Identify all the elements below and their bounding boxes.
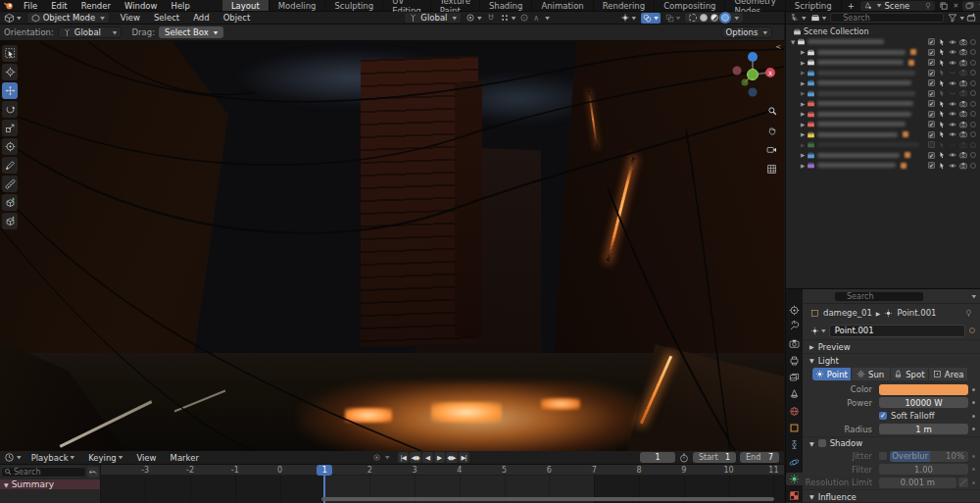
selectable-toggle-icon[interactable] (938, 141, 946, 149)
properties-tab-render[interactable] (786, 337, 803, 350)
exclude-checkbox[interactable]: ✓ (928, 49, 935, 56)
hide-viewport-toggle-icon[interactable] (949, 110, 956, 118)
falloff-curve-icon[interactable]: ∧ (533, 14, 539, 23)
navigation-gizmo[interactable]: X (727, 49, 778, 100)
selectable-toggle-icon[interactable] (938, 89, 946, 97)
tool-annotate[interactable] (2, 157, 18, 174)
pivot-point-dropdown[interactable]: ▼ (466, 13, 482, 23)
scene-collection-row[interactable]: Scene Collection (786, 26, 980, 37)
disable-render-toggle-icon[interactable] (959, 79, 967, 87)
hide-viewport-toggle-icon[interactable] (949, 79, 956, 87)
disable-render-toggle-icon[interactable] (959, 48, 967, 56)
hide-viewport-toggle-icon[interactable] (949, 151, 956, 159)
overblur-value-field[interactable]: 10% (930, 451, 968, 462)
properties-tab-object[interactable] (786, 422, 803, 434)
hide-viewport-toggle-icon[interactable] (949, 100, 956, 108)
chevron-right-icon[interactable]: ▶ (801, 152, 805, 158)
timeline-grid[interactable]: -3-2-10234567891011 1 (101, 465, 784, 503)
properties-search-input[interactable] (834, 291, 924, 302)
chevron-right-icon[interactable]: ▶ (801, 60, 805, 66)
light-type-sun-button[interactable]: Sun (852, 368, 891, 380)
selectable-toggle-icon[interactable] (938, 110, 946, 118)
disable-render-toggle-icon[interactable] (959, 59, 967, 67)
pin-icon[interactable] (964, 309, 973, 318)
tool-cursor[interactable] (2, 64, 18, 80)
selectable-toggle-icon[interactable] (938, 38, 946, 46)
tab-geometry-nodes[interactable]: Geometry Nodes (725, 0, 785, 11)
camera-view-button[interactable] (765, 143, 778, 156)
selectable-toggle-icon[interactable] (938, 162, 946, 170)
editor-type-outliner-icon[interactable] (790, 13, 800, 23)
exclude-checkbox[interactable]: ✓ (928, 59, 935, 66)
exclude-checkbox[interactable]: ✓ (928, 131, 935, 138)
properties-tab-data[interactable] (786, 473, 803, 485)
chevron-right-icon[interactable]: ▶ (801, 101, 805, 107)
outliner-search-input[interactable] (830, 13, 944, 23)
holdout-toggle[interactable] (970, 39, 976, 45)
light-type-area-button[interactable]: Area (929, 368, 968, 380)
chevron-right-icon[interactable]: ▶ (801, 131, 805, 137)
orientation-dropdown[interactable]: Global ▼ (58, 26, 122, 38)
start-frame-field[interactable]: Start1 (693, 452, 736, 463)
filter-funnel-icon[interactable] (948, 13, 957, 23)
menu-help[interactable]: Help (164, 0, 196, 11)
exclude-checkbox[interactable]: ✓ (928, 152, 935, 159)
hide-viewport-toggle-icon[interactable] (949, 59, 956, 67)
disable-render-toggle-icon[interactable] (959, 38, 967, 46)
light-type-spot-button[interactable]: Spot (891, 368, 930, 380)
hide-viewport-toggle-icon[interactable] (949, 141, 956, 149)
overblur-button[interactable]: Overblur (890, 451, 930, 462)
hide-viewport-toggle-icon[interactable] (949, 89, 956, 97)
holdout-toggle[interactable] (970, 101, 976, 107)
stopwatch-icon[interactable] (679, 453, 689, 463)
xray-toggle[interactable]: ▼ (665, 14, 681, 23)
selectable-toggle-icon[interactable] (938, 121, 946, 128)
tab-layout[interactable]: Layout (222, 0, 270, 11)
holdout-toggle[interactable] (970, 90, 976, 96)
filter-toggle-icon[interactable] (87, 467, 99, 478)
disable-render-toggle-icon[interactable] (959, 89, 967, 97)
outliner-row[interactable]: ▶ (786, 140, 980, 151)
timeline-menu-marker[interactable]: Marker (164, 451, 206, 464)
chevron-right-icon[interactable]: ▶ (801, 49, 805, 55)
outliner-row[interactable]: ▼✓ (786, 37, 980, 48)
timeline-menu-playback[interactable]: Playback▼ (24, 451, 82, 464)
outliner-row[interactable]: ▶✓ (786, 47, 980, 58)
tab-animation[interactable]: Animation (532, 0, 593, 11)
selectable-toggle-icon[interactable] (938, 100, 946, 108)
shading-wireframe-button[interactable] (689, 14, 697, 22)
light-panel-header[interactable]: ▼Light (803, 353, 980, 367)
holdout-toggle[interactable] (970, 70, 976, 75)
preview-panel-header[interactable]: ▶Preview (803, 339, 980, 353)
timeline-search-input[interactable] (1, 467, 86, 478)
properties-tab-view-layer[interactable] (786, 371, 803, 383)
next-keyframe-button[interactable]: ◆▶ (446, 452, 458, 463)
outliner-row[interactable]: ▶✓ (786, 68, 980, 78)
tab-scripting[interactable]: Scripting (786, 0, 842, 11)
snap-magnet-toggle[interactable] (486, 13, 496, 23)
chevron-right-icon[interactable]: ▶ (801, 163, 805, 169)
exclude-checkbox[interactable]: ✓ (928, 38, 935, 45)
tool-scale[interactable] (2, 120, 18, 136)
viewport-menu-object[interactable]: Object (217, 12, 258, 24)
properties-tab-physics[interactable] (786, 456, 803, 469)
viewport-menu-select[interactable]: Select (147, 12, 186, 24)
transform-orientation-dropdown[interactable]: Global ▼ (404, 12, 462, 24)
disable-render-toggle-icon[interactable] (959, 130, 967, 138)
exclude-checkbox[interactable]: ✓ (928, 121, 935, 127)
resolution-limit-field[interactable]: 0.001 m (879, 478, 956, 488)
shadow-checkbox[interactable] (818, 439, 826, 447)
shading-solid-button[interactable] (700, 14, 708, 22)
tool-add-primitive[interactable] (2, 213, 18, 229)
holdout-toggle[interactable] (970, 122, 976, 127)
exclude-checkbox[interactable]: ✓ (928, 100, 935, 107)
shading-rendered-button[interactable] (721, 14, 729, 22)
scene-selector[interactable]: ▼ Scene (860, 1, 936, 11)
exclude-checkbox[interactable]: ✓ (928, 70, 935, 76)
chevron-right-icon[interactable]: ▶ (801, 142, 805, 148)
pan-view-button[interactable] (765, 124, 778, 136)
editor-type-3d-viewport-icon[interactable] (4, 13, 15, 24)
properties-tab-scene[interactable] (786, 388, 803, 401)
jump-end-button[interactable]: ▶| (459, 452, 469, 463)
menu-window[interactable]: Window (118, 0, 165, 11)
